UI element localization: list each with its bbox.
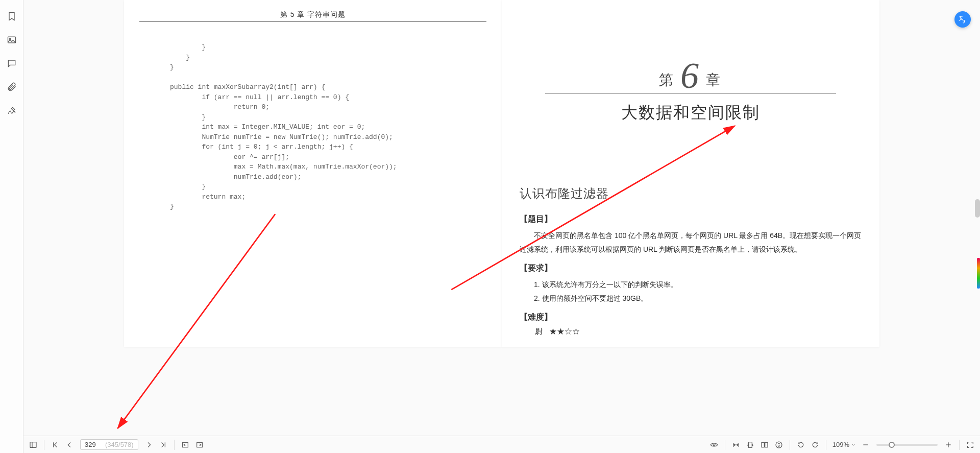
page-input-group: (345/578): [80, 439, 138, 450]
separator: [725, 440, 725, 450]
page-header: 第 5 章 字符串问题: [139, 10, 486, 22]
forward-view-icon[interactable]: [193, 438, 206, 451]
svg-rect-7: [197, 442, 202, 447]
minimap-color-icon: [977, 258, 980, 289]
page-number-input[interactable]: [85, 441, 102, 448]
zoom-slider[interactable]: [876, 444, 938, 446]
code-block: } } } public int maxXorSubarray2(int[] a…: [170, 42, 486, 212]
rotate-left-icon[interactable]: [794, 438, 807, 451]
fullscreen-icon[interactable]: [964, 438, 977, 451]
zoom-in-icon[interactable]: [942, 438, 955, 451]
problem-body: 不安全网页的黑名单包含 100 亿个黑名单网页，每个网页的 URL 最多占用 6…: [520, 229, 862, 256]
page-left: 第 5 章 字符串问题 } } } public int maxXorSubar…: [124, 0, 502, 347]
subhead-requirements: 【要求】: [520, 263, 862, 274]
toggle-panel-icon[interactable]: [27, 438, 40, 451]
separator: [790, 440, 790, 450]
separator: [959, 440, 960, 450]
chapter-number: 6: [680, 59, 701, 92]
svg-rect-6: [182, 442, 188, 447]
svg-rect-4: [30, 442, 36, 447]
page-right: 第 6 章 大数据和空间限制 认识布隆过滤器 【题目】 不安全网页的黑名单包含 …: [502, 0, 879, 347]
first-page-icon[interactable]: [48, 438, 62, 451]
chapter-pre: 第: [659, 70, 675, 90]
page-total-label: (345/578): [105, 441, 134, 448]
translate-button[interactable]: [954, 11, 971, 28]
document-viewer: 第 5 章 字符串问题 } } } public int maxXorSubar…: [23, 0, 980, 453]
image-icon[interactable]: [6, 34, 18, 46]
scroll-thumb[interactable]: [975, 199, 980, 218]
chapter-heading: 第 6 章 大数据和空间限制: [520, 56, 862, 124]
prev-page-icon[interactable]: [63, 438, 76, 451]
svg-rect-11: [765, 442, 767, 447]
svg-rect-10: [762, 442, 764, 447]
rotate-right-icon[interactable]: [808, 438, 822, 451]
zoom-out-icon[interactable]: [859, 438, 872, 451]
svg-rect-9: [748, 442, 752, 447]
fit-width-icon[interactable]: [729, 438, 743, 451]
attachment-icon[interactable]: [6, 81, 18, 93]
chapter-title: 大数据和空间限制: [520, 102, 862, 124]
two-page-icon[interactable]: [758, 438, 771, 451]
left-sidebar: [0, 0, 23, 453]
bottom-toolbar: (345/578) 109%: [23, 436, 980, 453]
zoom-dropdown[interactable]: 109%: [832, 441, 856, 448]
signature-icon[interactable]: [6, 104, 18, 116]
separator: [174, 440, 175, 450]
comment-icon[interactable]: [6, 57, 18, 69]
svg-point-12: [776, 442, 782, 448]
back-view-icon[interactable]: [179, 438, 192, 451]
difficulty-row: 尉 ★★☆☆: [535, 327, 862, 337]
requirement-2: 2. 使用的额外空间不要超过 30GB。: [534, 292, 862, 305]
scroll-indicator[interactable]: [974, 0, 980, 438]
zoom-slider-handle[interactable]: [889, 442, 895, 448]
subhead-problem: 【题目】: [520, 214, 862, 225]
next-page-icon[interactable]: [142, 438, 156, 451]
chapter-post: 章: [706, 70, 722, 90]
separator: [44, 440, 44, 450]
separator: [826, 440, 826, 450]
last-page-icon[interactable]: [157, 438, 170, 451]
zoom-value: 109%: [832, 441, 849, 448]
subhead-difficulty: 【难度】: [520, 312, 862, 323]
difficulty-stars: ★★☆☆: [549, 327, 580, 336]
svg-point-8: [713, 444, 715, 446]
bookmark-icon[interactable]: [6, 10, 18, 22]
chevron-down-icon: [851, 442, 856, 447]
fit-page-icon[interactable]: [744, 438, 757, 451]
section-title: 认识布隆过滤器: [520, 185, 862, 202]
autoscroll-icon[interactable]: [772, 438, 786, 451]
difficulty-label: 尉: [535, 327, 543, 336]
read-mode-icon[interactable]: [707, 438, 721, 451]
requirement-1: 1. 该系统允许有万分之一以下的判断失误率。: [534, 278, 862, 292]
